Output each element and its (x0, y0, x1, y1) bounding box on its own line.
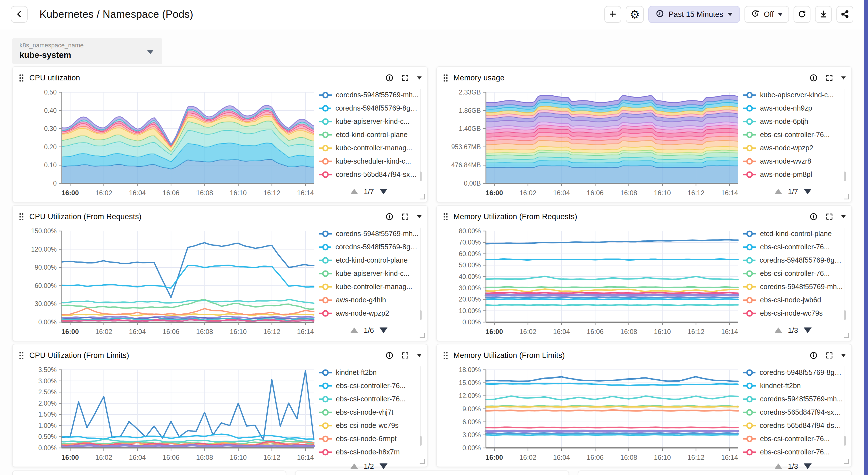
legend-scrollbar[interactable] (421, 89, 421, 181)
info-icon[interactable] (810, 213, 817, 220)
legend-item[interactable]: coredns-5948f55769-mh... (743, 280, 843, 293)
legend-item[interactable]: kube-controller-manag... (319, 280, 419, 293)
fullscreen-icon[interactable] (826, 74, 833, 82)
legend-scrollbar[interactable] (421, 228, 421, 320)
info-icon[interactable] (810, 352, 817, 359)
panel-menu-caret-icon[interactable] (841, 354, 846, 357)
legend-page-up-icon[interactable] (774, 464, 782, 469)
legend-item[interactable]: aws-node-nh9zp (743, 101, 843, 115)
legend-item[interactable]: coredns-565d847f94-sxvf8 (743, 406, 843, 419)
panel-resize-handle[interactable] (844, 459, 849, 464)
panel-resize-handle[interactable] (420, 194, 425, 200)
legend-page-down-icon[interactable] (804, 464, 812, 469)
legend-item[interactable]: kube-apiserver-kind-c... (319, 115, 419, 128)
back-button[interactable] (11, 6, 28, 23)
info-icon[interactable] (385, 352, 393, 359)
legend-item[interactable]: ebs-csi-node-wc79s (743, 306, 843, 320)
panel-menu-caret-icon[interactable] (841, 215, 846, 218)
legend-scrollbar[interactable] (421, 366, 421, 446)
legend-item[interactable]: ebs-csi-node-vhj7t (319, 406, 419, 419)
fullscreen-icon[interactable] (826, 352, 833, 359)
drag-handle-icon[interactable] (20, 213, 24, 221)
legend-item[interactable]: kindnet-ft2bn (319, 366, 419, 379)
drag-handle-icon[interactable] (443, 352, 448, 360)
panel-menu-caret-icon[interactable] (417, 215, 422, 218)
fullscreen-icon[interactable] (401, 74, 409, 82)
share-button[interactable] (836, 6, 853, 23)
legend-page-down-icon[interactable] (379, 189, 388, 194)
legend-item[interactable]: ebs-csi-controller-76... (743, 432, 843, 445)
legend-item[interactable]: kube-controller-manag... (319, 141, 419, 155)
panel-resize-handle[interactable] (844, 333, 849, 338)
legend-item[interactable]: aws-node-pm8pl (743, 168, 843, 181)
download-button[interactable] (815, 6, 832, 23)
fullscreen-icon[interactable] (401, 213, 409, 220)
legend-item[interactable]: ebs-csi-controller-76... (743, 267, 843, 280)
legend-item[interactable]: ebs-csi-node-wc79s (319, 419, 419, 432)
legend-page-up-icon[interactable] (350, 464, 358, 469)
legend-item[interactable]: etcd-kind-control-plane (319, 128, 419, 141)
legend-item[interactable]: ebs-csi-node-6rmpt (319, 432, 419, 445)
refresh-button[interactable] (794, 6, 810, 23)
drag-handle-icon[interactable] (20, 75, 24, 82)
legend-scrollbar[interactable] (845, 228, 845, 320)
add-panel-button[interactable] (604, 6, 621, 23)
legend-item[interactable]: coredns-5948f55769-mh... (319, 227, 419, 240)
panel-menu-caret-icon[interactable] (417, 77, 422, 80)
legend-item[interactable]: coredns-5948f55769-mh... (743, 392, 843, 406)
legend-item[interactable]: aws-node-wpzp2 (743, 141, 843, 155)
legend-item[interactable]: ebs-csi-node-h8x7m (319, 445, 419, 458)
namespace-variable-select[interactable]: k8s_namespace_name kube-system (12, 38, 162, 64)
page-scrollbar[interactable] (864, 0, 868, 475)
legend-item[interactable]: kindnet-ft2bn (743, 379, 843, 392)
panel-resize-handle[interactable] (420, 333, 425, 338)
legend-item[interactable]: ebs-csi-node-jwb6d (743, 293, 843, 306)
legend-page-up-icon[interactable] (350, 189, 358, 194)
legend-item[interactable]: etcd-kind-control-plane (319, 254, 419, 267)
fullscreen-icon[interactable] (401, 352, 409, 359)
legend-item[interactable]: etcd-kind-control-plane (743, 227, 843, 240)
legend-item[interactable]: ebs-csi-controller-76... (319, 392, 419, 406)
legend-item[interactable]: ebs-csi-controller-76... (319, 379, 419, 392)
legend-page-up-icon[interactable] (350, 327, 358, 333)
panel-resize-handle[interactable] (844, 194, 849, 200)
legend-item[interactable]: ebs-csi-controller-76... (743, 240, 843, 254)
panel-resize-handle[interactable] (420, 459, 425, 464)
legend-item[interactable]: coredns-5948f55769-8g6qz (743, 366, 843, 379)
legend-item[interactable]: kube-apiserver-kind-c... (319, 267, 419, 280)
legend-page-up-icon[interactable] (774, 327, 782, 333)
legend-item[interactable]: ebs-csi-controller-76... (743, 128, 843, 141)
legend-scrollbar[interactable] (845, 366, 845, 446)
auto-refresh-dropdown[interactable]: Off (744, 6, 789, 23)
legend-page-down-icon[interactable] (379, 327, 388, 333)
legend-item[interactable]: kube-scheduler-kind-c... (319, 155, 419, 168)
legend-item[interactable]: aws-node-6ptjh (743, 115, 843, 128)
panel-menu-caret-icon[interactable] (417, 354, 422, 357)
panel-menu-caret-icon[interactable] (841, 77, 846, 80)
info-icon[interactable] (810, 74, 817, 82)
info-icon[interactable] (385, 213, 393, 220)
legend-item[interactable]: aws-node-wvzr8 (743, 155, 843, 168)
legend-item[interactable]: kube-apiserver-kind-c... (743, 88, 843, 101)
legend-item[interactable]: coredns-565d847f94-sxvf8 (319, 168, 419, 181)
legend-item[interactable]: coredns-5948f55769-mh... (319, 88, 419, 101)
legend-page-up-icon[interactable] (774, 189, 782, 194)
settings-button[interactable]: ⚙ (626, 6, 644, 23)
fullscreen-icon[interactable] (826, 213, 833, 220)
legend-scrollbar[interactable] (845, 89, 845, 181)
legend-item[interactable]: coredns-5948f55769-8g6qz (319, 240, 419, 254)
legend-page-down-icon[interactable] (379, 464, 388, 469)
drag-handle-icon[interactable] (443, 213, 448, 221)
legend-page-down-icon[interactable] (804, 327, 812, 333)
legend-item[interactable]: coredns-5948f55769-8g6qz (743, 254, 843, 267)
legend-page-down-icon[interactable] (804, 189, 812, 194)
legend-item[interactable]: aws-node-g4hlh (319, 293, 419, 306)
legend-item[interactable]: coredns-5948f55769-8g6qz (319, 101, 419, 115)
legend-item[interactable]: coredns-565d847f94-ds42z (743, 419, 843, 432)
time-range-dropdown[interactable]: Past 15 Minutes (648, 6, 740, 23)
drag-handle-icon[interactable] (20, 352, 24, 360)
legend-item[interactable]: ebs-csi-controller-76... (743, 445, 843, 458)
legend-item[interactable]: aws-node-wpzp2 (319, 306, 419, 320)
drag-handle-icon[interactable] (443, 75, 448, 82)
info-icon[interactable] (385, 74, 393, 82)
